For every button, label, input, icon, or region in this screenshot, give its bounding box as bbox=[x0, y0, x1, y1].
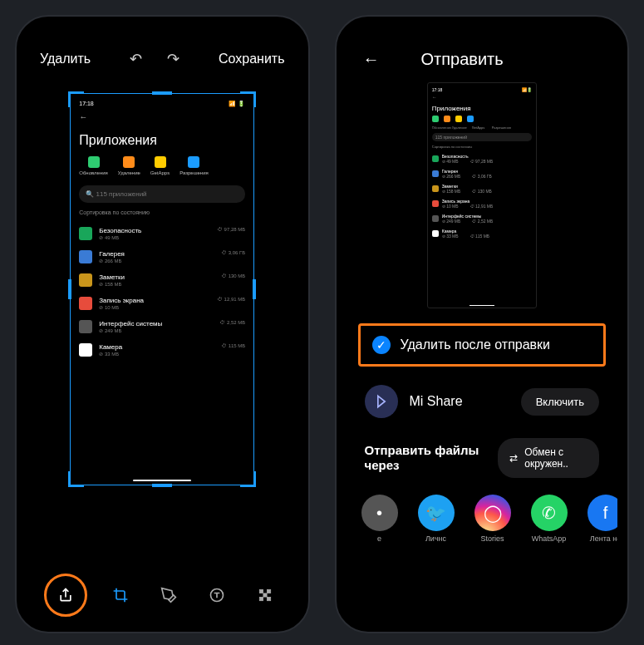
delete-after-send-toggle[interactable]: ✓ Удалить после отправки bbox=[358, 323, 607, 367]
share-app-Stories[interactable]: ◯Stories bbox=[468, 495, 518, 543]
share-apps-row: •е🐦Личнс◯Stories✆WhatsAppfЛента но➤Tele bbox=[347, 486, 618, 543]
crop-frame[interactable]: 17:18 📶 🔋 ← Приложения ОбновленияУдалени… bbox=[70, 93, 254, 485]
tab-Разрешения: Разрешения bbox=[179, 156, 209, 175]
share-app-WhatsApp[interactable]: ✆WhatsApp bbox=[524, 495, 574, 543]
search-input: 🔍 115 приложений bbox=[79, 185, 245, 203]
svg-rect-1 bbox=[260, 589, 263, 593]
screenshot-preview: 17:18 📶 🔋 ← Приложения ОбновленияУдалени… bbox=[71, 94, 253, 485]
phone-left: Удалить ↶ ↷ Сохранить 17:18 📶 🔋 ← bbox=[15, 15, 310, 633]
svg-rect-4 bbox=[260, 598, 263, 601]
svg-rect-5 bbox=[268, 598, 271, 601]
back-icon: ← bbox=[79, 112, 245, 121]
list-item: Интерфейс системы⊘ 249 МБ ⏱ 2,52 МБ bbox=[79, 315, 245, 338]
crop-tool[interactable] bbox=[106, 580, 135, 610]
list-item: Безопасность⊘ 49 МБ ⏱ 97,28 МБ bbox=[79, 222, 245, 245]
text-tool[interactable] bbox=[202, 580, 232, 610]
share-app-Лента но[interactable]: fЛента но bbox=[581, 495, 618, 543]
share-app-Личнс[interactable]: 🐦Личнс bbox=[411, 495, 461, 543]
status-icons: 📶 🔋 bbox=[229, 101, 245, 107]
nearby-icon: ⇄ bbox=[509, 452, 518, 464]
tab-GetApps: GetApps bbox=[150, 156, 170, 175]
share-title: Отправить bbox=[421, 50, 504, 69]
save-button[interactable]: Сохранить bbox=[219, 52, 285, 66]
mishare-row: Mi Share Включить bbox=[347, 373, 618, 430]
draw-tool[interactable] bbox=[154, 580, 184, 610]
delete-after-label: Удалить после отправки bbox=[401, 337, 551, 352]
svg-rect-3 bbox=[263, 593, 267, 597]
mishare-label: Mi Share bbox=[410, 394, 463, 409]
status-time: 17:18 bbox=[79, 101, 94, 107]
share-button[interactable] bbox=[44, 574, 87, 617]
check-icon: ✓ bbox=[372, 336, 391, 354]
redo-icon[interactable]: ↷ bbox=[167, 50, 179, 68]
phone-right: ← Отправить 17:18📶🔋 ← Приложения Обновле… bbox=[335, 15, 630, 633]
send-via-row: Отправить файлы через ⇄ Обмен с окружен.… bbox=[347, 430, 618, 486]
nearby-share-chip[interactable]: ⇄ Обмен с окружен.. bbox=[498, 438, 599, 478]
tab-Удаление: Удаление bbox=[118, 156, 140, 175]
delete-button[interactable]: Удалить bbox=[40, 52, 91, 66]
editor-canvas: 17:18 📶 🔋 ← Приложения ОбновленияУдалени… bbox=[27, 76, 298, 559]
svg-rect-2 bbox=[268, 589, 271, 593]
list-item: Запись экрана⊘ 10 МБ ⏱ 12,91 МБ bbox=[79, 292, 245, 315]
back-button[interactable]: ← bbox=[363, 50, 380, 69]
mishare-icon bbox=[365, 385, 398, 418]
list-item: Заметки⊘ 158 МБ ⏱ 130 МБ bbox=[79, 268, 245, 292]
mosaic-tool[interactable] bbox=[250, 580, 280, 610]
share-header: ← Отправить bbox=[347, 27, 618, 76]
editor-header: Удалить ↶ ↷ Сохранить bbox=[27, 27, 298, 76]
sort-label: Сортировка по состоянию bbox=[79, 209, 245, 215]
enable-button[interactable]: Включить bbox=[521, 388, 599, 416]
page-title: Приложения bbox=[79, 133, 245, 148]
send-via-label: Отправить файлы через bbox=[365, 443, 484, 473]
editor-toolbar bbox=[27, 559, 298, 622]
list-item: Камера⊘ 33 МБ ⏱ 115 МБ bbox=[79, 338, 245, 362]
list-item: Галерея⊘ 266 МБ ⏱ 3,06 ГБ bbox=[79, 245, 245, 268]
tab-Обновления: Обновления bbox=[79, 156, 108, 175]
share-preview[interactable]: 17:18📶🔋 ← Приложения ОбновленияУдалениеG… bbox=[427, 82, 537, 308]
undo-icon[interactable]: ↶ bbox=[130, 50, 142, 68]
share-app-е[interactable]: •е bbox=[355, 495, 405, 543]
